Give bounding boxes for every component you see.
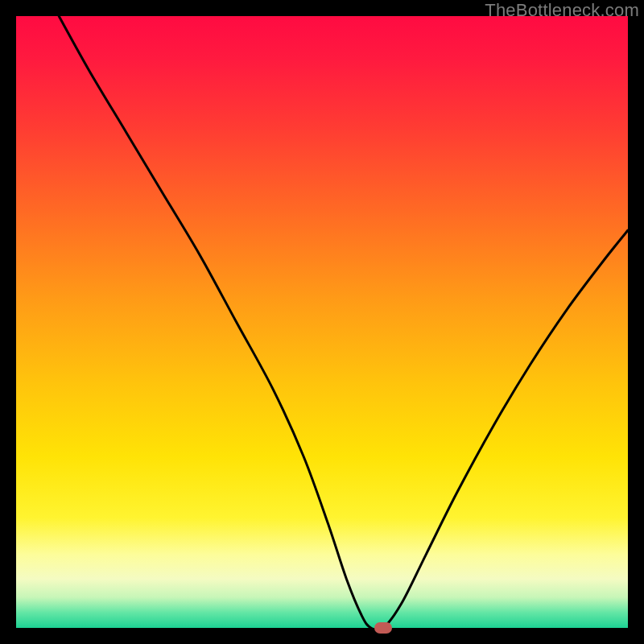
- bottleneck-curve-path: [59, 16, 628, 628]
- optimal-marker: [374, 622, 392, 634]
- chart-frame: TheBottleneck.com: [0, 0, 644, 644]
- curve-svg: [16, 16, 628, 628]
- plot-area: [16, 16, 628, 628]
